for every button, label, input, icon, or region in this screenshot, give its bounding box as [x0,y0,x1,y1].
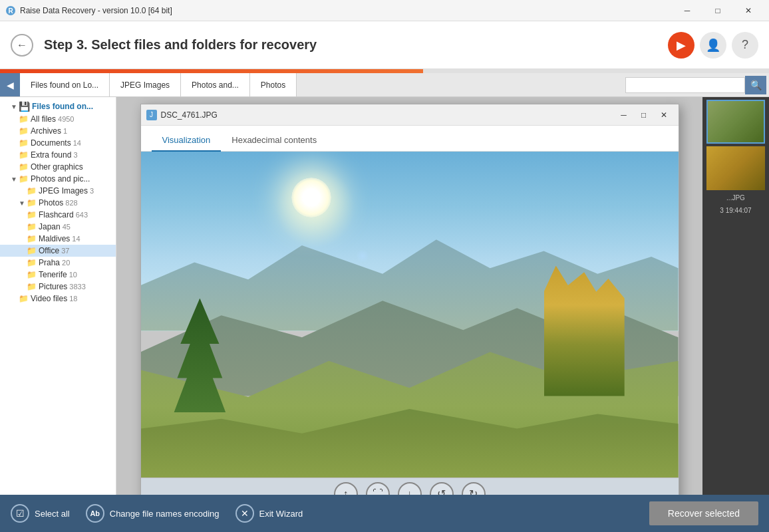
modal-controls: ─ □ ✕ [615,108,673,122]
scroll-down-button[interactable]: ↓ [398,482,422,495]
folder-icon: 📁 [19,138,29,148]
preview-modal: J DSC_4761.JPG ─ □ ✕ Visualization Hexad… [140,104,679,495]
maximize-button[interactable]: □ [702,0,733,21]
back-icon: ← [17,39,27,51]
tab-bar: ◀ Files found on Lo... JPEG Images Photo… [0,73,769,97]
tree-item-documents[interactable]: 📁 Documents 14 [0,137,116,149]
modal-photo-content [141,152,679,477]
modal-titlebar: J DSC_4761.JPG ─ □ ✕ [141,104,679,126]
search-box: 🔍 [625,73,769,96]
thumbnail-image [706,146,765,190]
change-encoding-icon: Ab [86,504,104,523]
svg-text:R: R [8,7,13,15]
drive-icon: 💾 [19,101,30,112]
user-button[interactable]: 👤 [700,32,726,59]
folder-icon: 📁 [19,174,29,184]
folder-icon: 📁 [19,162,29,172]
fit-screen-button[interactable]: ⛶ [366,482,390,495]
modal-tabs: Visualization Hexadecimal contents [141,126,679,152]
modal-minimize-button[interactable]: ─ [615,108,633,122]
tree-root[interactable]: ▼ 💾 Files found on... [0,100,116,113]
modal-overlay: J DSC_4761.JPG ─ □ ✕ Visualization Hexad… [116,97,702,495]
titlebar: R Raise Data Recovery - version 10.0 [64… [0,0,769,21]
exit-icon: ✕ [235,504,254,523]
modal-maximize-button[interactable]: □ [635,108,653,122]
minimize-button[interactable]: ─ [672,0,702,21]
tree-item-office[interactable]: 📁 Office 37 [0,245,116,257]
tree-item-archives[interactable]: 📁 Archives 1 [0,125,116,137]
preview-thumbnail-1[interactable] [706,100,765,144]
close-button[interactable]: ✕ [733,0,764,21]
tab-photos-and[interactable]: Photos and... [181,73,250,96]
folder-icon: 📁 [19,114,29,124]
select-all-button[interactable]: ☑ Select all [11,504,70,523]
tree-item-pictures[interactable]: 📁 Pictures 3833 [0,281,116,293]
tab-photos[interactable]: Photos [250,73,297,96]
folder-icon: 📁 [27,282,37,291]
tab-hexadecimal[interactable]: Hexadecimal contents [221,131,327,152]
progress-fill [0,69,423,73]
tree-item-japan[interactable]: 📁 Japan 45 [0,221,116,233]
folder-icon: 📁 [27,210,37,219]
preview-panel: ...JPG 3 19:44:07 [702,97,769,495]
header-actions: ▶ 👤 ? [668,32,758,59]
tree-item-other-graphics[interactable]: 📁 Other graphics [0,161,116,173]
folder-icon: 📁 [27,246,37,255]
tree-item-jpeg-images[interactable]: 📁 JPEG Images 3 [0,185,116,197]
content-area: J DSC_4761.JPG ─ □ ✕ Visualization Hexad… [116,97,702,495]
tree-item-extra-found[interactable]: 📁 Extra found 3 [0,149,116,161]
search-input[interactable] [625,77,745,93]
scroll-up-button[interactable]: ↑ [334,482,358,495]
recover-selected-button[interactable]: Recover selected [649,501,758,525]
photo-lens-flare [356,249,369,263]
step-number: Step 3. [44,37,88,52]
rotate-right-button[interactable]: ↻ [462,482,486,495]
tree-item-maldives[interactable]: 📁 Maldives 14 [0,233,116,245]
tab-files-found[interactable]: Files found on Lo... [20,73,110,96]
photo-sun [291,178,331,217]
search-button[interactable]: 🔍 [745,76,766,94]
folder-icon: 📁 [19,150,29,160]
folder-icon: 📁 [27,222,37,231]
window-controls: ─ □ ✕ [672,0,764,21]
tree-item-photos[interactable]: ▼ 📁 Photos 828 [0,197,116,209]
tab-toggle-button[interactable]: ◀ [0,73,20,96]
tree-item-praha[interactable]: 📁 Praha 20 [0,257,116,269]
tree-item-video-files[interactable]: 📁 Video files 18 [0,293,116,305]
help-button[interactable]: ? [732,32,758,59]
play-button[interactable]: ▶ [668,32,694,59]
tree-item-all-files[interactable]: 📁 All files 4950 [0,113,116,125]
preview-filename: ...JPG [724,193,748,203]
modal-file-icon: J [146,110,157,120]
rotate-left-button[interactable]: ↺ [430,482,454,495]
main-area: ▼ 💾 Files found on... 📁 All files 4950 📁… [0,97,769,495]
tree-item-tenerife[interactable]: 📁 Tenerife 10 [0,269,116,281]
folder-icon: 📁 [27,234,37,243]
select-all-icon: ☑ [11,504,29,523]
preview-thumbnail-2[interactable] [706,146,765,190]
photo-trees-right [544,266,625,396]
photo-display [141,152,679,477]
step-header: ← Step 3. Select files and folders for r… [0,21,769,69]
back-button[interactable]: ← [11,34,33,57]
modal-title: DSC_4761.JPG [161,110,615,120]
preview-datetime: 3 19:44:07 [717,205,754,215]
thumbnail-image [708,101,764,142]
tab-jpeg-images[interactable]: JPEG Images [110,73,181,96]
folder-icon: 📁 [27,270,37,279]
step-title: Step 3. Select files and folders for rec… [44,37,317,53]
tree-item-photos-and-pic[interactable]: ▼ 📁 Photos and pic... [0,173,116,185]
tab-visualization[interactable]: Visualization [152,131,222,152]
progress-bar [0,69,769,73]
modal-close-button[interactable]: ✕ [655,108,673,122]
bottom-bar: ☑ Select all Ab Change file names encodi… [0,495,769,532]
folder-icon: 📁 [27,258,37,267]
step-description: Select files and folders for recovery [91,37,317,52]
tree-item-flashcard[interactable]: 📁 Flashcard 643 [0,209,116,221]
folder-icon: 📁 [27,186,37,196]
modal-toolbar: ↑ ⛶ ↓ ↺ ↻ [141,477,679,495]
file-tree-sidebar: ▼ 💾 Files found on... 📁 All files 4950 📁… [0,97,116,495]
folder-icon: 📁 [19,294,29,303]
change-encoding-button[interactable]: Ab Change file names encoding [86,504,220,523]
exit-wizard-button[interactable]: ✕ Exit Wizard [235,504,303,523]
